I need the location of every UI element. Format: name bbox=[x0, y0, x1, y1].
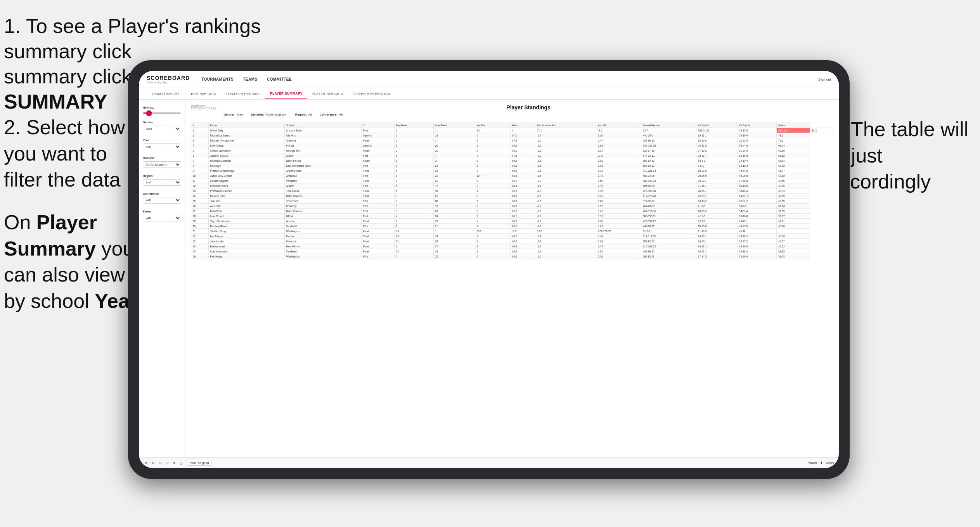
table-row: 13Phichaksn MaichonTexas A&MThird630169.… bbox=[191, 188, 833, 194]
tablet-screen: SCOREBOARD Powered by clipp TOURNAMENTS … bbox=[139, 71, 839, 468]
col-rank: # bbox=[191, 123, 209, 128]
copy-icon[interactable]: ⊞ bbox=[158, 460, 163, 466]
table-row: 15Jake HallTennesseeFifth788168.5-1.51.6… bbox=[191, 199, 833, 204]
sidebar-region: Region N/A bbox=[143, 174, 181, 186]
table-header-area: Update time: 27/03/2024 16:56:26 Player … bbox=[191, 104, 833, 119]
export-btn[interactable]: ⬇ bbox=[820, 461, 823, 465]
sub-nav-player-h2h-grid[interactable]: PLAYER H2H GRID bbox=[307, 88, 348, 99]
table-row: 22Ian GilliganFloridaThird1024168.7-0.81… bbox=[191, 234, 833, 239]
sub-nav-player-summary[interactable]: PLAYER SUMMARY bbox=[265, 88, 307, 99]
filter-division-label: Division: bbox=[251, 113, 264, 116]
player-select[interactable]: (All) bbox=[143, 215, 181, 221]
sidebar-conference: Conference (All) bbox=[143, 192, 181, 204]
annotation3-line1: 3. The table will bbox=[829, 118, 968, 140]
table-header-row: # Player School Yr Reg Rank Conf Rank No… bbox=[191, 123, 833, 128]
logo-area: SCOREBOARD Powered by clipp bbox=[147, 75, 190, 84]
annotation-year-line3: can also view bbox=[4, 263, 125, 286]
sidebar: No Rds. Gender Men Year (All) bbox=[139, 100, 185, 457]
annotation-year-bold1: Player bbox=[36, 211, 97, 233]
col-avg-sg: Avg SG bbox=[596, 123, 641, 128]
table-row: 7Nicholas GabrelcikNorth FloridaFourth12… bbox=[191, 158, 833, 163]
filter-conference: Conference: All bbox=[319, 113, 343, 116]
col-wins: Wins bbox=[511, 123, 535, 128]
conference-label: Conference bbox=[143, 192, 181, 195]
col-school: School bbox=[284, 123, 361, 128]
annotation-3: 3. The table will adjust accordingly bbox=[829, 116, 976, 195]
conference-select[interactable]: (All) bbox=[143, 197, 181, 204]
annotation2-line2: you want to bbox=[4, 142, 107, 165]
col-vs-top25: Vs Top 25 bbox=[696, 123, 738, 128]
paste-icon[interactable]: ⊟ bbox=[164, 460, 170, 466]
sub-nav-team-h2h-heatmap[interactable]: TEAM H2H HEATMAP bbox=[221, 88, 265, 99]
format-icon[interactable]: ≡ bbox=[171, 460, 177, 466]
col-yr: Yr bbox=[361, 123, 394, 128]
table-row: 5Christo LamprechtGeorgia TechFourth2212… bbox=[191, 148, 833, 153]
nav-teams[interactable]: TEAMS bbox=[243, 76, 258, 83]
col-points: Points bbox=[777, 123, 810, 128]
view-label[interactable]: View: Original bbox=[187, 460, 211, 466]
header-right: Sign out bbox=[818, 78, 831, 81]
filter-gender: Gender: Men bbox=[223, 113, 243, 116]
toolbar-right: Watch ⬇ Share bbox=[808, 461, 834, 465]
table-row: 11Gordon SargentVanderbiltThird421068.7-… bbox=[191, 178, 833, 183]
player-label: Player bbox=[143, 210, 181, 213]
col-conf-rank: Conf Rank bbox=[433, 123, 475, 128]
table-row: 20Matthew RiedelVanderbiltFifth621169.5-… bbox=[191, 224, 833, 229]
undo-icon[interactable]: ↺ bbox=[144, 460, 149, 466]
standings-table: # Player School Yr Reg Rank Conf Rank No… bbox=[191, 123, 833, 259]
sub-nav-team-summary[interactable]: TEAM SUMMARY bbox=[147, 88, 184, 99]
sub-nav-player-h2h-heatmap[interactable]: PLAYER H2H HEATMAP bbox=[348, 88, 396, 99]
filter-region-value: All bbox=[308, 113, 312, 116]
redo-icon[interactable]: ↻ bbox=[151, 460, 156, 466]
annotation1-text: 1. To see a Player's rankings summary cl… bbox=[4, 15, 261, 62]
table-row: 23Jack LundinMissouriFourth1124868.6-2.3… bbox=[191, 239, 833, 244]
table-area: Update time: 27/03/2024 16:56:26 Player … bbox=[185, 100, 839, 457]
col-adj-score: Adj. Score to Par bbox=[535, 123, 596, 128]
table-row: 25Cole SherwoodVanderbiltFourth1223168.5… bbox=[191, 249, 833, 254]
table-row: 3Michael ThorbjornsenStanfordFourth21867… bbox=[191, 138, 833, 143]
col-reg-rank: Reg Rank bbox=[394, 123, 433, 128]
toolbar-icons: ↺ ↻ ⊞ ⊟ ≡ ◷ bbox=[144, 460, 184, 466]
filter-division-value: NCAA Division I bbox=[265, 113, 287, 116]
division-select[interactable]: NCAA Division I bbox=[143, 161, 181, 168]
timer-icon[interactable]: ◷ bbox=[178, 460, 184, 466]
main-nav: TOURNAMENTS TEAMS COMMITTEE bbox=[201, 76, 818, 83]
bottom-toolbar: ↺ ↻ ⊞ ⊟ ≡ ◷ View: Original Watch ⬇ Share bbox=[139, 457, 839, 468]
region-label: Region bbox=[143, 174, 181, 178]
logo-subtitle: Powered by clipp bbox=[147, 81, 190, 84]
nav-committee[interactable]: COMMITTEE bbox=[267, 76, 292, 83]
annotation2-line3: filter the data bbox=[4, 168, 121, 191]
filter-region-label: Region: bbox=[295, 113, 307, 116]
logo-title: SCOREBOARD bbox=[147, 75, 190, 81]
col-no-rds: No. Rds. bbox=[475, 123, 510, 128]
col-overall-record: Overall Record bbox=[641, 123, 696, 128]
watch-btn[interactable]: Watch bbox=[808, 461, 817, 465]
sidebar-year: Year (All) bbox=[143, 138, 181, 150]
annotation-2: 2. Select how you want to filter the dat… bbox=[4, 114, 147, 193]
col-vs-top50: Vs Top 50 bbox=[738, 123, 777, 128]
nav-tournaments[interactable]: TOURNAMENTS bbox=[201, 76, 234, 83]
sidebar-no-rds: No Rds. bbox=[143, 106, 181, 114]
tablet-device: SCOREBOARD Powered by clipp TOURNAMENTS … bbox=[128, 60, 850, 479]
division-label: Division bbox=[143, 156, 181, 160]
filter-conference-label: Conference: bbox=[319, 113, 338, 116]
annotation-year-line4: by school bbox=[4, 290, 95, 312]
sub-nav-team-h2h-grid[interactable]: TEAM H2H GRID bbox=[184, 88, 221, 99]
region-select[interactable]: N/A bbox=[143, 179, 181, 186]
share-btn[interactable]: Share bbox=[826, 461, 834, 465]
app-header: SCOREBOARD Powered by clipp TOURNAMENTS … bbox=[139, 71, 839, 88]
gender-label: Gender bbox=[143, 121, 181, 124]
table-row: 19Tiger ChristensenArizonaThird523269.2-… bbox=[191, 219, 833, 224]
sidebar-gender: Gender Men bbox=[143, 121, 181, 132]
no-rds-label: No Rds. bbox=[143, 106, 181, 109]
sign-out-link[interactable]: Sign out bbox=[818, 78, 831, 81]
table-row: 26Petr HrubyWashingtonFifth725068.6-1.61… bbox=[191, 254, 833, 259]
year-select[interactable]: (All) bbox=[143, 143, 181, 150]
table-row: 8Mats EgeEast Tennessee StateFifth124268… bbox=[191, 163, 833, 168]
sub-nav: TEAM SUMMARY TEAM H2H GRID TEAM H2H HEAT… bbox=[139, 88, 839, 100]
filter-division: Division: NCAA Division I bbox=[251, 113, 287, 116]
table-title: Player Standings bbox=[223, 104, 833, 111]
no-rds-slider[interactable] bbox=[143, 112, 181, 114]
table-row: 14Maxwell FordNorth CarolinaThird322968.… bbox=[191, 194, 833, 199]
gender-select[interactable]: Men bbox=[143, 126, 181, 132]
